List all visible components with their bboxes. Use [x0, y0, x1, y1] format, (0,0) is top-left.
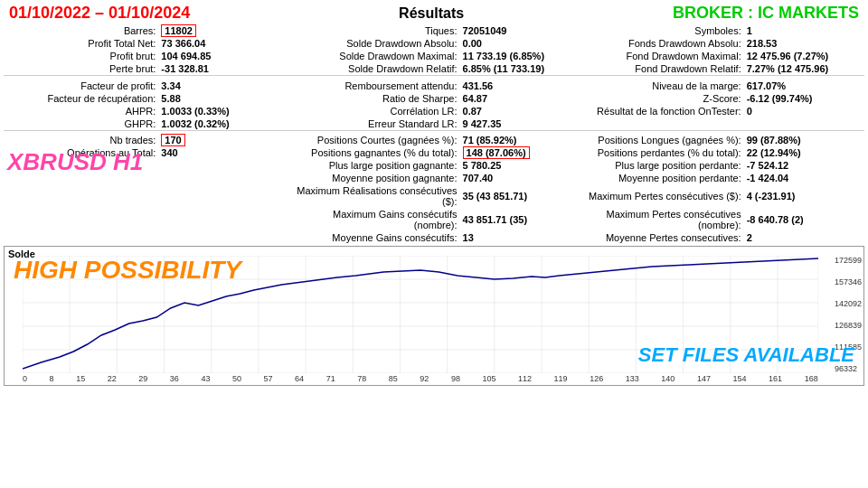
profit-brut-label: Profit brut:: [110, 51, 156, 61]
date-range: 01/10/2022 – 01/10/2024: [9, 4, 190, 23]
x-label: 161: [769, 374, 782, 383]
table-row: Nb trades: 170 Positions Courtes (gagnée…: [4, 134, 864, 146]
moy-pos-gag-value: 707.40: [463, 173, 494, 183]
x-label: 78: [357, 374, 366, 383]
stats-table: Barres: 11802 Tiques: 72051049 Symboles:…: [4, 24, 864, 244]
table-row: Profit brut: 104 694.85 Solde Drawdown M…: [4, 50, 864, 62]
x-label: 133: [626, 374, 639, 383]
x-label: 22: [108, 374, 117, 383]
profit-net-value: 73 366.04: [161, 38, 205, 49]
xbrusd-symbol-label: XBRUSD H1: [0, 146, 150, 178]
fonds-dd-abs-value: 218.53: [747, 38, 778, 49]
table-row: Maximum Gains consécutifs (nombre): 43 8…: [4, 208, 864, 231]
erreur-std-value: 9 427.35: [463, 118, 502, 129]
facteur-recup-value: 5.88: [161, 93, 180, 104]
zscore-value: -6.12 (99.74%): [747, 93, 813, 104]
ghpr-label: GHPR:: [125, 118, 156, 129]
erreur-std-label: Erreur Standard LR:: [368, 118, 457, 129]
x-label: 71: [326, 374, 335, 383]
plus-large-gag-label: Plus large position gagnante:: [329, 160, 458, 171]
x-label: 168: [805, 374, 818, 383]
niveau-marge-value: 617.07%: [747, 80, 786, 91]
pos-courtes-value: 71 (85.92%): [463, 135, 517, 145]
table-row: AHPR: 1.0033 (0.33%) Corrélation LR: 0.8…: [4, 105, 864, 117]
sharpe-value: 64.87: [463, 93, 488, 104]
ontester-value: 0: [747, 106, 752, 117]
x-label: 43: [201, 374, 210, 383]
fond-dd-max-label: Fond Drawdown Maximal:: [627, 51, 741, 61]
symboles-label: Symboles:: [694, 25, 741, 36]
y-label-3: 142092: [835, 299, 862, 308]
fond-dd-max-value: 12 475.96 (7.27%): [747, 51, 829, 61]
solde-dd-rel-label: Solde Drawdown Relatif:: [348, 63, 457, 74]
solde-dd-max-label: Solde Drawdown Maximal:: [339, 51, 457, 61]
x-label: 92: [420, 374, 429, 383]
plus-large-perd-label: Plus large position perdante:: [615, 160, 741, 171]
solde-dd-abs-label: Solde Drawdown Absolu:: [346, 38, 457, 49]
max-real-cons-value: 35 (43 851.71): [463, 191, 528, 202]
tiques-label: Tiques:: [425, 25, 458, 36]
moy-pertes-label: Moyenne Pertes consecutives:: [606, 232, 741, 243]
moy-gains-label: Moyenne Gains consécutifs:: [332, 232, 457, 243]
x-label: 105: [482, 374, 495, 383]
barres-value: 11802: [161, 24, 196, 37]
x-label: 126: [590, 374, 603, 383]
max-gains-nb-label: Maximum Gains consécutifs (nombre):: [333, 209, 458, 230]
ahpr-value: 1.0033 (0.33%): [161, 106, 229, 117]
table-row: Moyenne Gains consécutifs: 13 Moyenne Pe…: [4, 231, 864, 244]
x-label: 50: [232, 374, 241, 383]
x-label: 147: [697, 374, 711, 383]
solde-dd-max-value: 11 733.19 (6.85%): [463, 51, 545, 61]
table-row: Perte brut: -31 328.81 Solde Drawdown Re…: [4, 62, 864, 76]
sharpe-label: Ratio de Sharpe:: [382, 93, 458, 104]
plus-large-gag-value: 5 780.25: [463, 160, 502, 171]
zscore-label: Z-Score:: [703, 93, 741, 104]
perte-brut-value: -31 328.81: [161, 63, 209, 74]
moy-pos-perd-value: -1 424.04: [747, 173, 788, 183]
perte-brut-label: Perte brut:: [109, 63, 156, 74]
barres-label: Barres:: [124, 25, 156, 36]
x-label: 57: [264, 374, 273, 383]
x-label: 119: [554, 374, 568, 383]
remboursement-value: 431.56: [463, 80, 494, 91]
ahpr-label: AHPR:: [126, 106, 156, 117]
x-label: 98: [451, 374, 460, 383]
x-label: 15: [76, 374, 85, 383]
fonds-dd-abs-label: Fonds Drawdown Absolu:: [628, 38, 741, 49]
moy-pos-perd-label: Moyenne position perdante:: [618, 173, 741, 183]
y-label-1: 172599: [835, 256, 862, 265]
fond-dd-rel-label: Fond Drawdown Relatif:: [635, 63, 741, 74]
facteur-profit-label: Facteur de profit:: [80, 80, 156, 91]
ghpr-value: 1.0032 (0.32%): [161, 118, 229, 129]
operations-value: 340: [161, 147, 177, 158]
max-gains-nb-value: 43 851.71 (35): [463, 214, 528, 225]
plus-large-perd-value: -7 524.12: [747, 160, 788, 171]
profit-net-label: Profit Total Net:: [88, 38, 156, 49]
chart-x-axis: 0 8 15 22 29 36 43 50 57 64 71 78 85 92 …: [23, 374, 818, 383]
ontester-label: Résultat de la fonction OnTester:: [597, 106, 741, 117]
high-possibility-label: HIGH POSSIBILITY: [14, 256, 241, 285]
table-row: Facteur de récupération: 5.88 Ratio de S…: [4, 92, 864, 105]
x-label: 112: [518, 374, 532, 383]
max-pertes-cons-label: Maximum Pertes consécutives ($):: [589, 191, 741, 202]
moy-pos-gag-label: Moyenne position gagnante:: [332, 173, 457, 183]
header: 01/10/2022 – 01/10/2024 Résultats BROKER…: [0, 0, 868, 24]
remboursement-label: Remboursement attendu:: [344, 80, 457, 91]
x-label: 140: [661, 374, 675, 383]
correlation-label: Corrélation LR:: [391, 106, 458, 117]
table-row: Facteur de profit: 3.34 Remboursement at…: [4, 80, 864, 92]
x-label: 29: [138, 374, 147, 383]
max-pertes-nb-value: -8 640.78 (2): [747, 214, 804, 225]
x-label: 8: [50, 374, 54, 383]
tiques-value: 72051049: [463, 25, 507, 36]
stats-section: Barres: 11802 Tiques: 72051049 Symboles:…: [0, 24, 868, 244]
x-label: 85: [389, 374, 398, 383]
moy-pertes-value: 2: [747, 232, 752, 243]
set-files-label: SET FILES AVAILABLE: [638, 343, 854, 367]
broker-label: BROKER : IC MARKETS: [673, 4, 859, 23]
max-pertes-nb-label: Maximum Pertes consécutives (nombre):: [607, 209, 741, 230]
nb-trades-label: Nb trades:: [110, 135, 156, 145]
pos-longues-value: 99 (87.88%): [747, 135, 801, 145]
x-label: 36: [170, 374, 179, 383]
x-label: 64: [295, 374, 304, 383]
